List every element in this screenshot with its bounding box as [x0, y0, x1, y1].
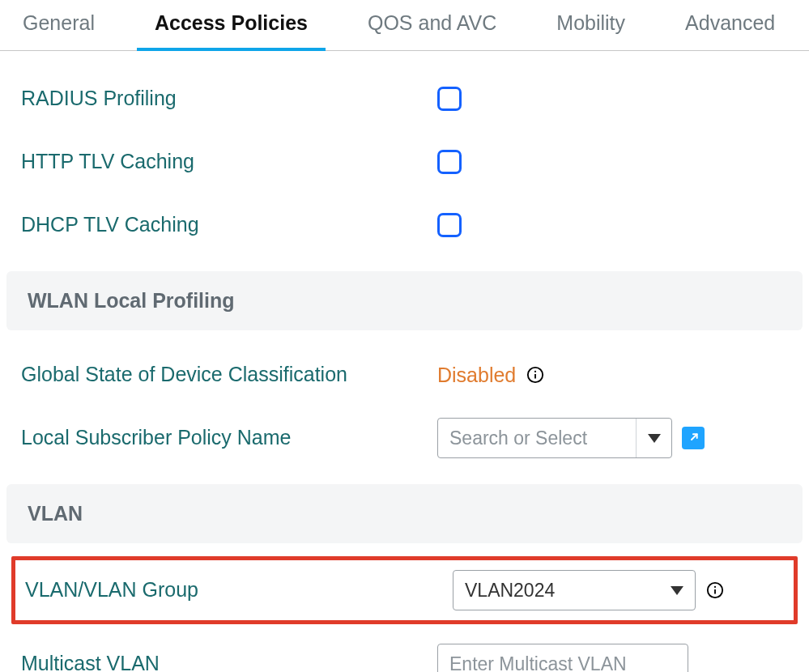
row-global-state: Global State of Device Classification Di…: [0, 343, 809, 406]
select-local-subscriber-policy-text: Search or Select: [438, 419, 636, 457]
chevron-down-icon[interactable]: [659, 571, 695, 610]
row-dhcp-tlv-caching: DHCP TLV Caching: [0, 194, 809, 257]
checkbox-radius-profiling[interactable]: [437, 87, 462, 111]
row-vlan-group: VLAN/VLAN Group VLAN2024: [15, 560, 794, 620]
chevron-down-icon[interactable]: [636, 419, 671, 457]
info-icon[interactable]: [705, 581, 725, 600]
label-multicast-vlan: Multicast VLAN: [0, 651, 348, 672]
row-radius-profiling: RADIUS Profiling: [0, 67, 809, 130]
tab-qos-and-avc[interactable]: QOS and AVC: [350, 0, 514, 51]
row-multicast-vlan: Multicast VLAN: [0, 632, 809, 672]
info-icon[interactable]: [526, 365, 545, 385]
label-dhcp-tlv-caching: DHCP TLV Caching: [0, 212, 348, 237]
label-global-state: Global State of Device Classification: [0, 362, 348, 387]
external-link-button[interactable]: [682, 427, 705, 449]
tab-general[interactable]: General: [5, 0, 113, 51]
highlight-vlan-group: VLAN/VLAN Group VLAN2024: [11, 556, 798, 624]
form-body: RADIUS Profiling HTTP TLV Caching DHCP T…: [0, 51, 809, 672]
section-vlan: VLAN: [6, 484, 803, 543]
label-http-tlv-caching: HTTP TLV Caching: [0, 149, 348, 174]
select-vlan-group[interactable]: VLAN2024: [453, 570, 696, 610]
select-local-subscriber-policy[interactable]: Search or Select: [437, 418, 672, 458]
checkbox-http-tlv-caching[interactable]: [437, 150, 462, 174]
tab-access-policies[interactable]: Access Policies: [137, 0, 326, 51]
select-vlan-group-text: VLAN2024: [453, 571, 659, 610]
tab-advanced[interactable]: Advanced: [667, 0, 793, 51]
status-global-state: Disabled: [437, 364, 516, 387]
svg-point-5: [714, 586, 716, 588]
section-wlan-local-profiling: WLAN Local Profiling: [6, 271, 803, 330]
svg-point-2: [534, 371, 536, 372]
label-local-subscriber-policy: Local Subscriber Policy Name: [0, 425, 348, 450]
row-local-subscriber-policy: Local Subscriber Policy Name Search or S…: [0, 406, 809, 470]
label-radius-profiling: RADIUS Profiling: [0, 86, 348, 111]
tab-bar: General Access Policies QOS and AVC Mobi…: [0, 0, 809, 51]
row-http-tlv-caching: HTTP TLV Caching: [0, 130, 809, 194]
label-vlan-group: VLAN/VLAN Group: [15, 577, 364, 602]
input-multicast-vlan[interactable]: [437, 644, 688, 672]
tab-mobility[interactable]: Mobility: [539, 0, 643, 51]
checkbox-dhcp-tlv-caching[interactable]: [437, 213, 462, 237]
